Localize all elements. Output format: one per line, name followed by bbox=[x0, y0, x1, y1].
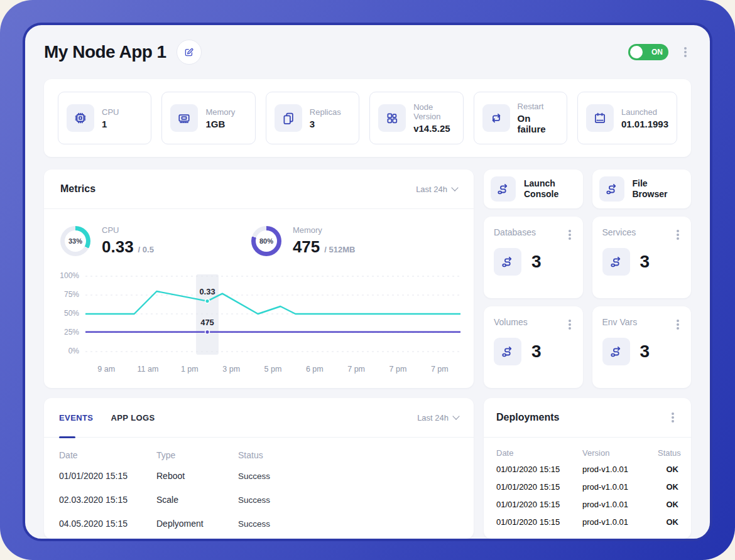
resource-title: Volumes bbox=[494, 317, 574, 327]
env-vars-card[interactable]: Env Vars 3 bbox=[592, 306, 692, 388]
metrics-panel: Metrics Last 24h 33% CPU 0 bbox=[44, 170, 474, 388]
range-label: Last 24h bbox=[417, 413, 449, 423]
y-tick: 100% bbox=[60, 271, 79, 280]
resource-title: Databases bbox=[494, 227, 574, 237]
edit-app-name-button[interactable] bbox=[177, 40, 202, 65]
kebab-icon bbox=[672, 416, 674, 419]
deployments-menu-button[interactable] bbox=[667, 409, 678, 426]
deployments-panel: Deployments Date Version Status 01/01/20… bbox=[484, 398, 691, 539]
cpu-gauge-ring: 33% bbox=[60, 226, 90, 256]
tab-events[interactable]: EVENTS bbox=[59, 413, 93, 423]
event-type: Deplyoment bbox=[156, 519, 238, 529]
svg-text:0.33: 0.33 bbox=[199, 287, 215, 296]
deployments-table-header: Date Version Status bbox=[484, 445, 691, 460]
table-row[interactable]: 01/01/2020 15:15 prod-v1.0.01 OK bbox=[484, 495, 691, 513]
events-panel: EVENTS APP LOGS Last 24h Date Type Statu… bbox=[44, 398, 474, 539]
column-header: Date bbox=[496, 448, 582, 458]
app-card: My Node App 1 ON CPU 1 bbox=[23, 23, 712, 541]
event-date: 02.03.2020 15:15 bbox=[59, 495, 156, 505]
stat-value: v14.5.25 bbox=[413, 123, 454, 134]
deploy-status: OK bbox=[658, 517, 678, 527]
flow-icon bbox=[609, 345, 623, 358]
stat-value: 3 bbox=[310, 119, 341, 129]
databases-card[interactable]: Databases 3 bbox=[484, 217, 583, 298]
quick-action-label: File Browser bbox=[633, 178, 673, 200]
active-tab-underline bbox=[59, 436, 75, 438]
resource-count: 3 bbox=[640, 342, 650, 362]
gauge-limit: / 0.5 bbox=[138, 245, 154, 254]
table-row[interactable]: 01/01/2020 15:15 prod-v1.0.01 OK bbox=[484, 513, 691, 530]
column-header: Status bbox=[238, 450, 459, 460]
resource-count: 3 bbox=[531, 252, 542, 272]
y-tick: 75% bbox=[64, 290, 79, 299]
x-tick: 7 pm bbox=[419, 365, 460, 374]
volumes-menu-button[interactable] bbox=[564, 316, 575, 333]
table-row[interactable]: 01/01/2020 15:15 prod-v1.0.01 OK bbox=[484, 478, 691, 495]
stat-card-launched[interactable]: Launched 01.01.1993 bbox=[577, 92, 677, 144]
event-status: Success bbox=[238, 495, 459, 505]
column-header: Date bbox=[59, 450, 156, 460]
deploy-date: 01/01/2020 15:15 bbox=[496, 482, 582, 492]
x-tick: 9 am bbox=[85, 365, 127, 374]
quick-action-label: Launch Console bbox=[524, 178, 564, 200]
stat-value: 1GB bbox=[205, 119, 235, 129]
deployments-title: Deployments bbox=[496, 412, 559, 423]
metrics-line-chart: 100% 75% 50% 25% 0% 0.33475 9 am 11 am 1… bbox=[44, 271, 474, 374]
deploy-status: OK bbox=[658, 465, 678, 474]
table-row[interactable]: 01/01/2020 15:15 prod-v1.0.01 OK bbox=[484, 460, 691, 478]
deploy-status: OK bbox=[658, 482, 678, 492]
kebab-icon bbox=[677, 323, 679, 326]
event-date: 01/01/2020 15:15 bbox=[59, 471, 156, 481]
stat-value: 1 bbox=[102, 119, 119, 129]
stat-card-restart[interactable]: Restart On failure bbox=[474, 92, 567, 144]
gauge-limit: / 512MB bbox=[324, 245, 355, 254]
gauge-percent: 33% bbox=[68, 237, 82, 245]
chevron-down-icon bbox=[451, 184, 458, 191]
stat-label: Node Version bbox=[413, 102, 454, 121]
stat-card-node-version[interactable]: Node Version v14.5.25 bbox=[369, 92, 463, 144]
event-date: 04.05.2020 15:15 bbox=[59, 519, 156, 529]
y-tick: 0% bbox=[68, 347, 79, 355]
tab-app-logs[interactable]: APP LOGS bbox=[111, 413, 155, 423]
x-tick: 1 pm bbox=[169, 365, 210, 374]
toggle-knob bbox=[630, 46, 643, 58]
x-tick: 5 pm bbox=[252, 365, 293, 374]
services-menu-button[interactable] bbox=[672, 227, 683, 243]
stat-label: Restart bbox=[518, 102, 558, 111]
chart-plot-area[interactable]: 0.33475 bbox=[85, 273, 460, 355]
x-tick: 6 pm bbox=[294, 365, 335, 374]
x-tick: 11 am bbox=[127, 365, 168, 374]
flow-icon bbox=[501, 255, 514, 269]
stat-card-replicas[interactable]: Replicas 3 bbox=[266, 92, 359, 144]
event-status: Success bbox=[238, 519, 459, 529]
range-label: Last 24h bbox=[416, 185, 447, 194]
stat-label: Memory bbox=[205, 107, 235, 117]
stat-card-memory[interactable]: Memory 1GB bbox=[161, 92, 255, 144]
header-menu-button[interactable] bbox=[680, 44, 691, 60]
deploy-date: 01/01/2020 15:15 bbox=[496, 500, 582, 509]
app-header: My Node App 1 ON bbox=[44, 25, 691, 79]
stat-label: CPU bbox=[102, 107, 119, 117]
services-card[interactable]: Services 3 bbox=[592, 217, 692, 298]
deploy-version: prod-v1.0.01 bbox=[582, 517, 658, 527]
stat-value: On failure bbox=[518, 113, 558, 134]
volumes-card[interactable]: Volumes 3 bbox=[484, 306, 583, 388]
gauge-percent: 80% bbox=[259, 237, 273, 245]
replicas-icon bbox=[281, 111, 295, 125]
memory-icon bbox=[177, 111, 191, 125]
stat-card-cpu[interactable]: CPU 1 bbox=[58, 92, 151, 144]
gauge-label: CPU bbox=[102, 225, 154, 235]
table-row[interactable]: 01/01/2020 15:15 Reboot Success bbox=[44, 464, 474, 488]
launch-console-button[interactable]: Launch Console bbox=[484, 170, 583, 208]
env-vars-menu-button[interactable] bbox=[672, 316, 683, 333]
table-row[interactable]: 04.05.2020 15:15 Deplyoment Success bbox=[44, 512, 474, 536]
file-browser-button[interactable]: File Browser bbox=[592, 170, 692, 208]
databases-menu-button[interactable] bbox=[564, 227, 575, 243]
metrics-range-select[interactable]: Last 24h bbox=[416, 185, 457, 194]
y-tick: 50% bbox=[64, 309, 79, 318]
cpu-gauge: 33% CPU 0.33 / 0.5 bbox=[60, 225, 154, 257]
app-power-toggle[interactable]: ON bbox=[628, 44, 668, 60]
table-row[interactable]: 02.03.2020 15:15 Scale Success bbox=[44, 488, 474, 512]
events-range-select[interactable]: Last 24h bbox=[417, 413, 459, 423]
metrics-title: Metrics bbox=[60, 183, 95, 195]
